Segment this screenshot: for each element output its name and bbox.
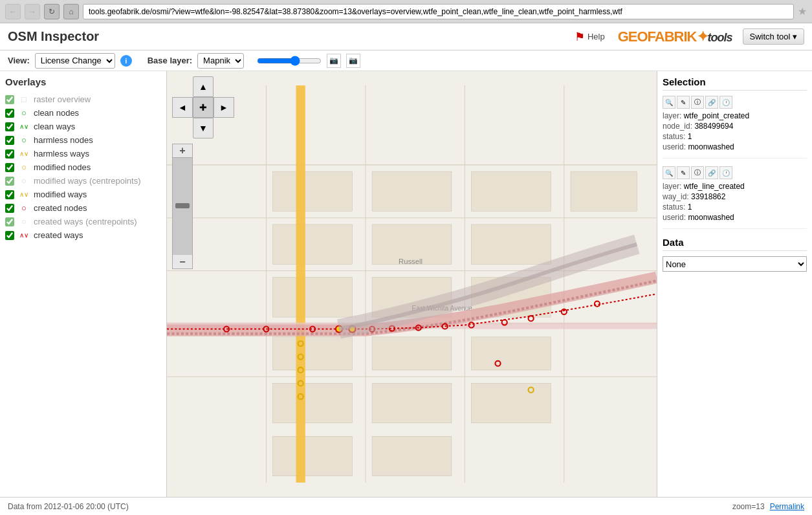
svg-rect-13 bbox=[273, 225, 353, 264]
map-area[interactable]: Russell East Wichita Avenue bbox=[167, 71, 657, 497]
overlay-label-modified-ways: modified ways bbox=[34, 190, 87, 199]
zoom-level: zoom=13 bbox=[732, 502, 765, 511]
pan-down-button[interactable]: ▼ bbox=[193, 118, 214, 138]
view-bar: View: License Change i Base layer: Mapni… bbox=[0, 50, 812, 71]
map-icon-1[interactable]: 📷 bbox=[327, 54, 341, 68]
clean-nodes-icon: ○ bbox=[17, 108, 31, 118]
modified-nodes-icon: ○ bbox=[17, 162, 31, 172]
geofabrik-logo: GEOFABRIK✦tools bbox=[618, 28, 732, 45]
overlay-item-clean-nodes[interactable]: ○ clean nodes bbox=[5, 106, 161, 120]
home-button[interactable]: ⌂ bbox=[63, 4, 79, 19]
svg-rect-30 bbox=[296, 85, 305, 483]
sel-history-icon[interactable]: 🕐 bbox=[719, 96, 732, 109]
sel-info-icon[interactable]: ⓘ bbox=[691, 96, 704, 109]
svg-text:Russell: Russell bbox=[399, 258, 422, 265]
sel-zoom-icon[interactable]: 🔍 bbox=[663, 96, 675, 109]
svg-rect-12 bbox=[273, 171, 353, 211]
svg-rect-21 bbox=[372, 436, 452, 476]
selection-panel: Selection 🔍 ✎ ⓘ 🔗 🕐 layer: wtfe_point_cr… bbox=[657, 71, 812, 497]
overlay-item-harmless-ways[interactable]: ∧∨ harmless ways bbox=[5, 147, 161, 160]
overlay-cb-harmless-ways[interactable] bbox=[5, 149, 14, 159]
svg-rect-25 bbox=[472, 337, 551, 370]
clean-ways-icon: ∧∨ bbox=[17, 123, 31, 130]
sel-zoom-icon-2[interactable]: 🔍 bbox=[663, 166, 675, 179]
overlay-item-raster-overview[interactable]: □ raster overview bbox=[5, 93, 161, 106]
svg-rect-14 bbox=[273, 278, 353, 317]
map-controls: ▲ ◄ ✚ ► ▼ + − bbox=[172, 76, 234, 269]
overlay-cb-created-ways[interactable] bbox=[5, 231, 14, 240]
overlay-cb-clean-nodes[interactable] bbox=[5, 109, 14, 118]
overlay-item-harmless-nodes[interactable]: ○ harmless nodes bbox=[5, 133, 161, 147]
sel-link-icon[interactable]: 🔗 bbox=[705, 96, 718, 109]
help-icon: ⚑ bbox=[575, 30, 585, 44]
back-button[interactable]: ← bbox=[5, 4, 21, 19]
sel-link-icon-2[interactable]: 🔗 bbox=[705, 166, 718, 179]
zoom-out-button[interactable]: − bbox=[172, 255, 193, 269]
sel-nodeid-row: node_id: 388499694 bbox=[663, 122, 807, 131]
svg-rect-18 bbox=[273, 383, 353, 422]
svg-rect-27 bbox=[571, 171, 637, 211]
data-title: Data bbox=[663, 237, 807, 251]
help-button[interactable]: ⚑ Help bbox=[575, 30, 605, 44]
overlay-label-clean-nodes: clean nodes bbox=[34, 108, 79, 118]
sel-edit-icon[interactable]: ✎ bbox=[677, 96, 690, 109]
pan-center-button[interactable]: ✚ bbox=[193, 97, 214, 118]
help-label: Help bbox=[587, 32, 605, 41]
bookmark-icon[interactable]: ★ bbox=[798, 5, 807, 17]
modified-ways-icon: ∧∨ bbox=[17, 191, 31, 198]
reload-button[interactable]: ↻ bbox=[44, 4, 60, 19]
overlay-item-modified-ways-cp[interactable]: ○ modified ways (centrepoints) bbox=[5, 174, 161, 188]
forward-button[interactable]: → bbox=[25, 4, 40, 19]
harmless-nodes-icon: ○ bbox=[17, 135, 31, 145]
opacity-slider[interactable] bbox=[257, 56, 322, 66]
overlay-cb-modified-ways[interactable] bbox=[5, 190, 14, 199]
overlay-item-clean-ways[interactable]: ∧∨ clean ways bbox=[5, 120, 161, 133]
view-label: View: bbox=[8, 56, 30, 65]
sel-layer-row-1: layer: wtfe_point_created bbox=[663, 111, 807, 120]
overlay-item-modified-ways[interactable]: ∧∨ modified ways bbox=[5, 188, 161, 201]
pan-right-button[interactable]: ► bbox=[214, 97, 234, 118]
footer: Data from 2012-01-06 20:00 (UTC) zoom=13… bbox=[0, 497, 812, 515]
sel-edit-icon-2[interactable]: ✎ bbox=[677, 166, 690, 179]
overlay-cb-created-ways-cp[interactable] bbox=[5, 217, 14, 226]
svg-rect-22 bbox=[472, 171, 551, 211]
app-header: OSM Inspector ⚑ Help GEOFABRIK✦tools Swi… bbox=[0, 23, 812, 50]
footer-right: zoom=13 Permalink bbox=[732, 502, 804, 511]
zoom-in-button[interactable]: + bbox=[172, 144, 193, 158]
sel-info-icon-2[interactable]: ⓘ bbox=[691, 166, 704, 179]
data-select[interactable]: None bbox=[663, 256, 807, 272]
overlay-cb-modified-nodes[interactable] bbox=[5, 163, 14, 172]
overlay-cb-clean-ways[interactable] bbox=[5, 122, 14, 131]
permalink[interactable]: Permalink bbox=[770, 502, 804, 511]
info-icon[interactable]: i bbox=[120, 55, 132, 67]
pan-left-button[interactable]: ◄ bbox=[172, 97, 193, 118]
sel-userid-row-1: userid: moonwashed bbox=[663, 142, 807, 151]
pan-up-button[interactable]: ▲ bbox=[193, 76, 214, 97]
overlay-cb-modified-ways-cp[interactable] bbox=[5, 177, 14, 186]
sel-history-icon-2[interactable]: 🕐 bbox=[719, 166, 732, 179]
overlay-label-modified-ways-cp: modified ways (centrepoints) bbox=[34, 176, 140, 186]
main-layout: Overlays □ raster overview ○ clean nodes… bbox=[0, 71, 812, 497]
browser-bar: ← → ↻ ⌂ ★ bbox=[0, 0, 812, 23]
overlay-label-raster-overview: raster overview bbox=[34, 94, 91, 104]
overlay-item-modified-nodes[interactable]: ○ modified nodes bbox=[5, 160, 161, 174]
svg-rect-19 bbox=[372, 383, 452, 422]
url-bar[interactable] bbox=[83, 4, 794, 19]
overlay-cb-created-nodes[interactable] bbox=[5, 204, 14, 213]
base-layer-select[interactable]: Mapnik bbox=[197, 53, 244, 69]
sel-layer-row-2: layer: wtfe_line_created bbox=[663, 182, 807, 191]
sel-icons-2: 🔍 ✎ ⓘ 🔗 🕐 bbox=[663, 166, 807, 179]
overlay-item-created-nodes[interactable]: ○ created nodes bbox=[5, 201, 161, 215]
view-select[interactable]: License Change bbox=[35, 53, 115, 69]
svg-rect-16 bbox=[273, 337, 353, 370]
harmless-ways-icon: ∧∨ bbox=[17, 150, 31, 157]
switch-tool-button[interactable]: Switch tool ▾ bbox=[743, 28, 804, 45]
svg-rect-20 bbox=[273, 436, 353, 476]
map-icon-2[interactable]: 📷 bbox=[346, 54, 360, 68]
selection-block-1: 🔍 ✎ ⓘ 🔗 🕐 layer: wtfe_point_created node… bbox=[663, 96, 807, 159]
overlay-cb-raster-overview[interactable] bbox=[5, 95, 14, 104]
overlay-cb-harmless-nodes[interactable] bbox=[5, 136, 14, 145]
overlay-item-created-ways-cp[interactable]: ○ created ways (centrepoints) bbox=[5, 215, 161, 228]
created-ways-cp-icon: ○ bbox=[17, 217, 31, 226]
overlay-item-created-ways[interactable]: ∧∨ created ways bbox=[5, 228, 161, 242]
